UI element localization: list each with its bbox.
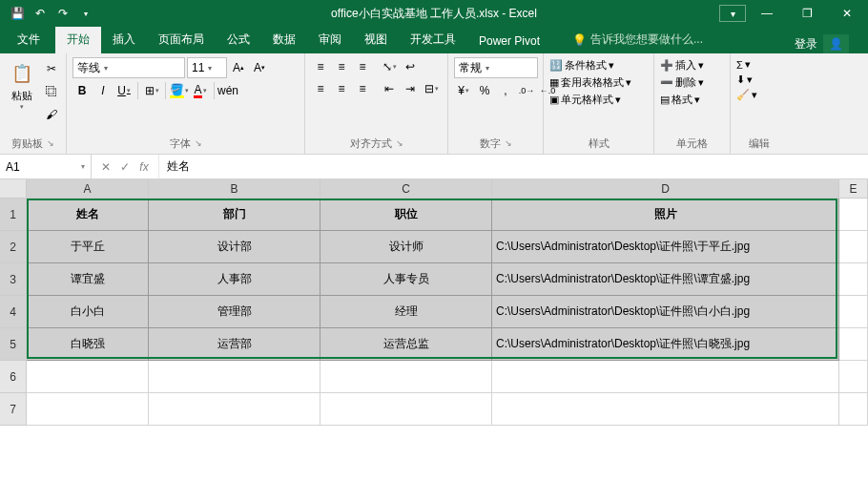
cell-A1[interactable]: 姓名	[27, 199, 149, 231]
cell-A2[interactable]: 于平丘	[27, 231, 149, 263]
cell-C7[interactable]	[320, 393, 492, 426]
qat-customize-icon[interactable]: ▾	[78, 6, 93, 21]
select-all-corner[interactable]	[0, 179, 27, 199]
cell-D1[interactable]: 照片	[492, 199, 839, 231]
row-header-3[interactable]: 3	[0, 263, 27, 296]
confirm-formula-button[interactable]: ✓	[116, 160, 134, 174]
column-header-E[interactable]: E	[839, 179, 868, 199]
cell-D3[interactable]: C:\Users\Administrator\Desktop\证件照\谭宜盛.j…	[492, 263, 839, 296]
tab-page-layout[interactable]: 页面布局	[147, 26, 216, 53]
tab-home[interactable]: 开始	[55, 26, 101, 53]
wrap-text-button[interactable]: ↩	[401, 57, 420, 76]
cell-C1[interactable]: 职位	[320, 199, 492, 231]
cell-D5[interactable]: C:\Users\Administrator\Desktop\证件照\白晓强.j…	[492, 328, 839, 361]
cancel-formula-button[interactable]: ✕	[97, 160, 114, 174]
align-center-button[interactable]: ≡	[332, 79, 351, 98]
cell-E2[interactable]	[839, 231, 868, 263]
user-icon[interactable]: 👤	[823, 34, 849, 53]
cell-E5[interactable]	[839, 328, 868, 361]
tab-power-pivot[interactable]: Power Pivot	[467, 29, 551, 53]
decrease-font-button[interactable]: A▾	[250, 58, 269, 77]
cell-D6[interactable]	[492, 361, 839, 393]
phonetic-button[interactable]: wén	[218, 81, 238, 100]
cell-E3[interactable]	[839, 263, 868, 296]
increase-font-button[interactable]: A▴	[229, 58, 248, 77]
row-header-2[interactable]: 2	[0, 231, 27, 263]
paste-button[interactable]: 📋 粘贴 ▾	[6, 57, 38, 113]
number-launcher[interactable]: ↘	[505, 138, 512, 148]
align-bottom-button[interactable]: ≡	[353, 57, 372, 76]
cell-E1[interactable]	[839, 199, 868, 231]
row-header-6[interactable]: 6	[0, 361, 27, 393]
row-header-5[interactable]: 5	[0, 328, 27, 361]
fill-button[interactable]: ⬇ ▾	[736, 73, 753, 87]
cell-C5[interactable]: 运营总监	[320, 328, 492, 361]
column-header-A[interactable]: A	[27, 179, 149, 199]
comma-button[interactable]: ,	[496, 81, 515, 100]
cut-button[interactable]: ✂	[42, 59, 61, 78]
tab-view[interactable]: 视图	[353, 26, 399, 53]
tab-review[interactable]: 审阅	[307, 26, 353, 53]
cell-C3[interactable]: 人事专员	[320, 263, 492, 296]
cell-E4[interactable]	[839, 296, 868, 328]
undo-icon[interactable]: ↶	[32, 6, 48, 21]
font-color-button[interactable]: A	[191, 81, 210, 100]
row-header-7[interactable]: 7	[0, 393, 27, 426]
tab-insert[interactable]: 插入	[101, 26, 147, 53]
copy-button[interactable]: ⿻	[42, 82, 61, 101]
tab-formulas[interactable]: 公式	[216, 26, 261, 53]
fill-color-button[interactable]: 🪣	[170, 81, 189, 100]
increase-indent-button[interactable]: ⇥	[401, 79, 420, 98]
cell-A5[interactable]: 白晓强	[27, 328, 149, 361]
row-header-1[interactable]: 1	[0, 199, 27, 231]
cell-B1[interactable]: 部门	[149, 199, 320, 231]
save-icon[interactable]: 💾	[10, 6, 25, 21]
ribbon-display-options-icon[interactable]: ▾	[719, 5, 746, 22]
cell-B4[interactable]: 管理部	[149, 296, 320, 328]
cell-A7[interactable]	[27, 393, 149, 426]
column-header-D[interactable]: D	[492, 179, 839, 199]
delete-cells-button[interactable]: ➖删除 ▾	[660, 74, 704, 91]
name-box[interactable]: A1 ▾	[0, 155, 92, 178]
cell-A6[interactable]	[27, 361, 149, 393]
cell-B7[interactable]	[149, 393, 320, 426]
align-left-button[interactable]: ≡	[311, 79, 330, 98]
font-size-combo[interactable]: 11▾	[187, 57, 227, 78]
cell-C2[interactable]: 设计师	[320, 231, 492, 263]
cell-D4[interactable]: C:\Users\Administrator\Desktop\证件照\白小白.j…	[492, 296, 839, 328]
bold-button[interactable]: B	[72, 81, 92, 100]
orientation-button[interactable]: ⤡	[380, 57, 399, 76]
row-header-4[interactable]: 4	[0, 296, 27, 328]
formula-input[interactable]: 姓名	[159, 155, 868, 178]
tab-developer[interactable]: 开发工具	[399, 26, 467, 53]
cell-A4[interactable]: 白小白	[27, 296, 149, 328]
close-button[interactable]: ✕	[828, 0, 866, 27]
percent-button[interactable]: %	[475, 81, 494, 100]
column-header-B[interactable]: B	[149, 179, 320, 199]
font-name-combo[interactable]: 等线▾	[72, 57, 185, 78]
underline-button[interactable]: U	[114, 81, 134, 100]
italic-button[interactable]: I	[93, 81, 113, 100]
cell-styles-button[interactable]: ▣单元格样式 ▾	[549, 92, 621, 108]
cell-D2[interactable]: C:\Users\Administrator\Desktop\证件照\于平丘.j…	[492, 231, 839, 263]
column-header-C[interactable]: C	[320, 179, 492, 199]
decrease-indent-button[interactable]: ⇤	[380, 79, 399, 98]
fx-button[interactable]: fx	[135, 160, 153, 174]
cell-E6[interactable]	[839, 361, 868, 393]
login-button[interactable]: 登录	[795, 36, 817, 52]
tab-file[interactable]: 文件	[6, 26, 52, 53]
cell-E7[interactable]	[839, 393, 868, 426]
align-right-button[interactable]: ≡	[353, 79, 372, 98]
worksheet-grid[interactable]: ABCDE 1234567 姓名部门职位照片于平丘设计部设计师C:\Users\…	[0, 179, 868, 481]
cell-D7[interactable]	[492, 393, 839, 426]
table-format-button[interactable]: ▦套用表格格式 ▾	[549, 74, 631, 91]
format-painter-button[interactable]: 🖌	[42, 105, 61, 124]
clear-button[interactable]: 🧹 ▾	[736, 88, 757, 102]
merge-button[interactable]: ⊟	[422, 79, 441, 98]
font-launcher[interactable]: ↘	[195, 138, 202, 148]
cell-B5[interactable]: 运营部	[149, 328, 320, 361]
border-button[interactable]: ⊞	[142, 81, 161, 100]
format-cells-button[interactable]: ▤格式 ▾	[660, 92, 700, 108]
minimize-button[interactable]: —	[748, 0, 786, 27]
cell-B3[interactable]: 人事部	[149, 263, 320, 296]
